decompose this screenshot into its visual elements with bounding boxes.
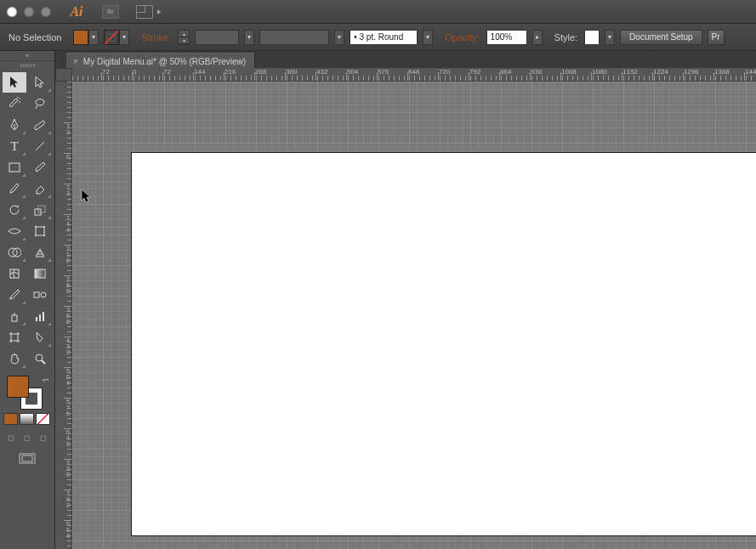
stroke-weight-spinner[interactable]: ▴▾	[178, 30, 190, 45]
panel-grip[interactable]	[0, 61, 54, 70]
document-setup-button[interactable]: Document Setup	[620, 30, 702, 45]
svg-point-6	[43, 226, 45, 228]
fill-swatch[interactable]	[7, 376, 29, 398]
window-zoom-button[interactable]	[41, 7, 51, 17]
blob-brush-tool[interactable]	[28, 115, 52, 135]
document-tab[interactable]: × My Digital Menu.ai* @ 50% (RGB/Preview…	[66, 53, 255, 68]
stroke-weight-dropdown[interactable]: ▾	[244, 30, 254, 45]
brush-profile-select[interactable]: • 3 pt. Round	[350, 30, 418, 45]
window-minimize-button[interactable]	[24, 7, 34, 17]
blob-brush-icon	[33, 118, 47, 132]
eyedropper-icon	[9, 288, 20, 302]
style-label: Style:	[554, 32, 578, 42]
screen-mode-button[interactable]	[18, 452, 37, 466]
pencil-tool[interactable]	[3, 178, 26, 199]
svg-rect-1	[9, 163, 20, 172]
direct-selection-tool[interactable]	[28, 72, 52, 93]
eyedropper-tool[interactable]	[3, 285, 26, 305]
slice-tool[interactable]	[28, 327, 52, 348]
svg-rect-19	[11, 334, 18, 341]
fill-color-dropdown[interactable]: ▾	[88, 30, 99, 45]
svg-point-20	[36, 354, 43, 361]
color-mode-gradient[interactable]	[20, 413, 34, 425]
variable-width-profile-field[interactable]	[259, 30, 329, 45]
draw-behind[interactable]: ◻	[20, 432, 34, 444]
svg-line-0	[36, 142, 44, 150]
fill-stroke-section: ⤺	[0, 374, 54, 411]
color-mode-solid[interactable]	[3, 413, 18, 425]
ruler-origin[interactable]	[55, 68, 72, 82]
default-fill-stroke[interactable]	[3, 401, 12, 410]
canvas[interactable]	[72, 82, 756, 549]
blend-icon	[33, 289, 47, 301]
selection-tool[interactable]	[3, 72, 26, 93]
free-transform-tool[interactable]	[28, 221, 52, 241]
variable-width-profile-dd[interactable]: ▾	[334, 30, 344, 45]
gradient-tool[interactable]	[28, 263, 52, 284]
artboard[interactable]	[132, 153, 756, 535]
document-tab-title: My Digital Menu.ai* @ 50% (RGB/Preview)	[83, 57, 246, 66]
style-dropdown[interactable]: ▾	[605, 30, 615, 45]
svg-point-5	[35, 226, 37, 228]
zoom-tool[interactable]	[28, 348, 52, 369]
slice-icon	[34, 331, 46, 344]
shape-builder-tool[interactable]	[3, 242, 26, 263]
swap-fill-stroke[interactable]: ⤺	[43, 376, 51, 384]
control-bar: No Selection ▾ ▾ Stroke: ▴▾ ▾ ▾ • 3 pt. …	[0, 24, 756, 51]
bridge-button[interactable]: Br	[102, 5, 119, 19]
mesh-tool[interactable]	[3, 263, 26, 284]
line-segment-tool[interactable]	[28, 136, 52, 156]
preferences-button[interactable]: Pr	[708, 30, 725, 45]
type-icon: T	[10, 139, 18, 154]
blend-tool[interactable]	[28, 285, 52, 305]
draw-inside[interactable]: ◻	[36, 432, 50, 444]
eraser-tool[interactable]	[28, 178, 52, 199]
paintbrush-tool[interactable]	[28, 157, 52, 178]
stroke-weight-field[interactable]	[195, 30, 239, 45]
tab-strip: × My Digital Menu.ai* @ 50% (RGB/Preview…	[55, 51, 756, 68]
app-icon: Ai	[68, 3, 85, 20]
rotate-tool[interactable]	[3, 200, 26, 220]
hand-tool[interactable]	[3, 348, 26, 369]
pen-icon	[9, 118, 20, 132]
window-close-button[interactable]	[7, 7, 17, 17]
white-arrow-icon	[34, 76, 46, 89]
svg-rect-18	[43, 312, 44, 321]
style-swatch[interactable]	[584, 30, 600, 45]
panel-collapse-toggle[interactable]: «	[0, 51, 54, 61]
arrange-documents-button[interactable]	[136, 5, 153, 19]
rectangle-tool[interactable]	[3, 157, 26, 178]
artboard-tool[interactable]	[3, 327, 26, 348]
stroke-color-swatch[interactable]	[104, 30, 119, 45]
pen-tool[interactable]	[3, 115, 26, 135]
type-tool[interactable]: T	[3, 136, 26, 156]
tab-close-icon[interactable]: ×	[73, 57, 78, 66]
column-graph-tool[interactable]	[28, 306, 52, 326]
arrow-cursor-icon	[9, 76, 20, 89]
pencil-icon	[9, 182, 20, 195]
scale-tool[interactable]	[28, 200, 52, 220]
magic-wand-tool[interactable]	[3, 93, 26, 114]
eraser-icon	[33, 183, 47, 195]
titlebar: Ai Br	[0, 0, 756, 24]
stroke-color-dropdown[interactable]: ▾	[119, 30, 129, 45]
spray-icon	[9, 309, 20, 323]
draw-normal[interactable]: ◻	[3, 432, 18, 444]
perspective-grid-tool[interactable]	[28, 242, 52, 263]
drawing-modes: ◻ ◻ ◻	[0, 430, 54, 445]
opacity-field[interactable]: 100%	[486, 30, 527, 45]
color-mode-none[interactable]	[36, 413, 50, 425]
shape-builder-icon	[8, 246, 21, 258]
opacity-dropdown[interactable]: ▸	[532, 30, 543, 45]
vertical-ruler[interactable]: 7207214421628836043250457664872079286493…	[55, 82, 72, 549]
scale-icon	[34, 204, 46, 216]
horizontal-ruler[interactable]: 7207214421628836043250457664872079286493…	[72, 68, 756, 82]
brush-profile-dropdown[interactable]: ▾	[423, 30, 433, 45]
fill-color-swatch[interactable]	[73, 30, 88, 45]
svg-rect-23	[22, 456, 32, 461]
rectangle-icon	[9, 162, 20, 173]
width-tool[interactable]	[3, 221, 26, 241]
lasso-tool[interactable]	[28, 93, 52, 114]
symbol-sprayer-tool[interactable]	[3, 306, 26, 326]
hand-icon	[9, 352, 20, 365]
